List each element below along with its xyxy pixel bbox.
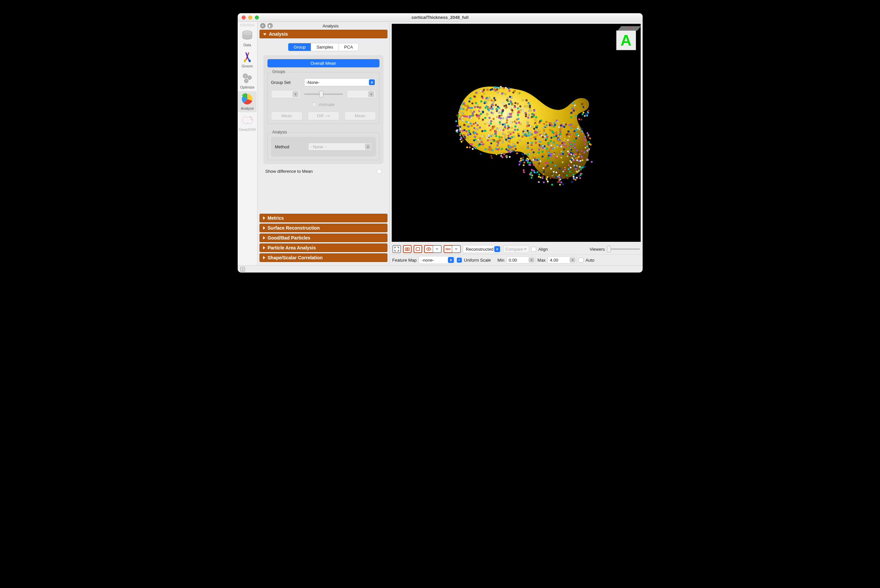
- stepper-arrow-icon: [529, 257, 534, 262]
- dropdown-arrow-icon: [369, 79, 375, 85]
- toolbar-groom[interactable]: Groom: [238, 49, 257, 70]
- visibility-dropdown[interactable]: [433, 245, 442, 253]
- accordion-label: Analysis: [269, 32, 288, 37]
- group-set-label: Group Set: [271, 80, 301, 85]
- min-label: Min: [498, 258, 504, 262]
- svg-point-11: [250, 117, 251, 118]
- toolbar-label: Optimize: [240, 85, 254, 89]
- document-icon[interactable]: [240, 267, 245, 272]
- toolbar-optimize[interactable]: Optimize: [238, 70, 257, 91]
- viewers-label: Viewers: [590, 247, 605, 252]
- slider-thumb[interactable]: [607, 246, 611, 252]
- titlebar: corticalThickness_2048_full: [238, 13, 643, 22]
- toolbar-analyze[interactable]: Analyze: [238, 91, 257, 112]
- group-left-stepper[interactable]: [271, 90, 300, 98]
- gears-icon: [240, 71, 254, 85]
- toolbar-data[interactable]: Data: [238, 28, 257, 49]
- tab-pca[interactable]: PCA: [339, 43, 358, 51]
- toolbar-deepssm[interactable]: DeepSSM: [238, 112, 257, 134]
- feature-map-select[interactable]: -none-: [418, 256, 455, 264]
- overall-mean-button[interactable]: Overall Mean: [268, 59, 379, 68]
- svg-point-6: [245, 75, 246, 76]
- svg-rect-13: [405, 248, 409, 251]
- diff-button[interactable]: Diff -->: [308, 112, 339, 120]
- fullscreen-icon[interactable]: [393, 245, 401, 253]
- 3d-viewport[interactable]: ‹/› A: [392, 24, 641, 242]
- accordion-label: Shape/Scalar Correlation: [268, 255, 323, 260]
- accordion-metrics[interactable]: Metrics: [260, 214, 387, 222]
- panel-title: Analysis: [275, 24, 387, 28]
- accordion-label: Particle Area Analysis: [268, 245, 316, 250]
- align-label: Align: [538, 247, 548, 252]
- svg-point-10: [246, 80, 247, 82]
- min-input[interactable]: 0.00: [507, 256, 536, 264]
- cube-front-face: A: [616, 30, 636, 50]
- app-window: corticalThickness_2048_full Data: [238, 13, 643, 273]
- analysis-legend: Analysis: [271, 130, 289, 135]
- main-area: ‹/› A: [390, 22, 643, 265]
- view-mode-icon[interactable]: [414, 245, 422, 253]
- accordion-good-bad-particles[interactable]: Good/Bad Particles: [260, 234, 387, 242]
- compare-button[interactable]: Compare: [503, 245, 529, 253]
- animate-label: Animate: [319, 102, 334, 107]
- max-label: Max: [537, 258, 546, 262]
- stepper-arrow-icon: [368, 91, 374, 97]
- viewers-slider[interactable]: [607, 248, 640, 250]
- group-set-select[interactable]: -None-: [304, 78, 376, 86]
- dropdown-arrow-icon: [494, 246, 500, 252]
- iso-button[interactable]: ISO: [444, 245, 453, 253]
- method-select[interactable]: - None -: [308, 143, 372, 151]
- brain-icon: [240, 114, 254, 127]
- mesh-render: [433, 63, 599, 202]
- accordion-particle-area[interactable]: Particle Area Analysis: [260, 243, 387, 252]
- slider-thumb[interactable]: [319, 91, 323, 98]
- display-mode-select[interactable]: Reconstructed: [463, 245, 501, 253]
- visibility-icon[interactable]: [424, 245, 433, 253]
- group-right-stepper[interactable]: [347, 90, 376, 98]
- iso-dropdown[interactable]: [452, 245, 461, 253]
- auto-checkbox[interactable]: [579, 258, 584, 262]
- method-label: Method: [275, 144, 305, 149]
- uniform-scale-checkbox[interactable]: ✓: [457, 258, 462, 262]
- toolbar-label: Groom: [242, 64, 253, 68]
- iso-label: ISO: [445, 248, 451, 251]
- panel-close-icon[interactable]: ✕: [260, 23, 265, 28]
- dropdown-arrow-icon: [448, 257, 454, 263]
- mean-right-button[interactable]: Mean: [344, 112, 376, 120]
- animate-checkbox[interactable]: [312, 102, 317, 107]
- method-value: - None -: [310, 144, 326, 149]
- accordion-surface-reconstruction[interactable]: Surface Reconstruction: [260, 224, 387, 232]
- groups-legend: Groups: [271, 69, 287, 74]
- feature-map-value: -none-: [421, 258, 434, 262]
- toolbar-label: Data: [243, 43, 251, 47]
- database-icon: [240, 29, 254, 42]
- align-checkbox[interactable]: [531, 247, 536, 252]
- stepper-arrow-icon: [293, 91, 298, 97]
- cube-top-face: ‹/›: [617, 26, 640, 31]
- auto-label: Auto: [585, 258, 594, 262]
- tab-samples[interactable]: Samples: [311, 43, 339, 51]
- accordion-label: Surface Reconstruction: [268, 225, 320, 231]
- group-set-value: -None-: [307, 80, 320, 85]
- status-bar: [238, 265, 643, 273]
- accordion-shape-scalar-correlation[interactable]: Shape/Scalar Correlation: [260, 254, 387, 262]
- svg-point-16: [428, 248, 429, 250]
- tab-group[interactable]: Group: [288, 43, 311, 51]
- screenshot-icon[interactable]: [403, 245, 412, 253]
- feature-toolbar: Feature Map -none- ✓ Uniform Scale Min 0…: [390, 254, 643, 265]
- pie-chart-icon: [240, 93, 254, 106]
- svg-point-8: [249, 77, 250, 78]
- tools-icon: [240, 50, 254, 63]
- svg-point-12: [251, 118, 252, 120]
- compare-label: Compare: [505, 247, 523, 252]
- min-value: 0.00: [509, 258, 517, 262]
- groups-slider[interactable]: [304, 93, 343, 95]
- show-difference-checkbox[interactable]: [377, 169, 382, 174]
- mean-left-button[interactable]: Mean: [271, 112, 302, 120]
- max-input[interactable]: 4.00: [548, 256, 576, 264]
- panel-popout-icon[interactable]: ◧: [268, 23, 273, 28]
- orientation-cube[interactable]: ‹/› A: [614, 27, 637, 51]
- accordion-analysis[interactable]: Analysis: [260, 30, 387, 38]
- uniform-scale-label: Uniform Scale: [464, 258, 491, 262]
- toolbar-grip: [240, 24, 254, 26]
